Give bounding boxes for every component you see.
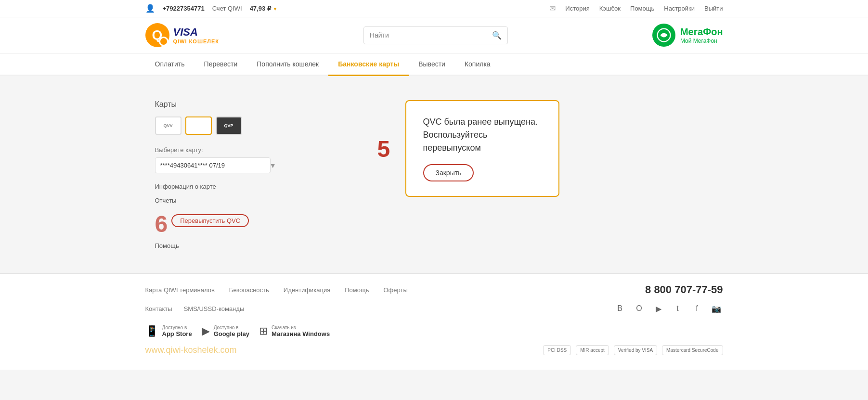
step-5-indicator: 5 xyxy=(377,135,390,162)
google-play-sub: Доступно в xyxy=(214,325,249,330)
popup-area: 5 QVC была ранее выпущена. Воспользуйтес… xyxy=(309,90,723,259)
footer-terminals[interactable]: Карта QIWI терминалов xyxy=(145,286,215,294)
cards-row: QVV QVC QVP xyxy=(155,116,280,135)
popup-reissue: 5 QVC была ранее выпущена. Воспользуйтес… xyxy=(405,100,559,197)
footer-phone: 8 800 707-77-59 xyxy=(645,284,723,296)
card-select-wrapper: ****49430641**** 07/19 ▼ xyxy=(155,157,280,173)
footer-bottom: www.qiwi-koshelek.com PCI DSS MIR accept… xyxy=(145,345,723,355)
logo[interactable]: Q VISA QIWI КОШЕЛЕК xyxy=(145,23,220,47)
windows-store-badge[interactable]: ⊞ Скачать из Магазина Windows xyxy=(259,325,330,337)
google-play-name: Google play xyxy=(214,330,249,337)
footer: Карта QIWI терминалов Безопасность Идент… xyxy=(0,273,868,370)
footer-identification[interactable]: Идентификация xyxy=(284,286,330,294)
phone-number: +79227354771 xyxy=(163,5,205,12)
youtube-icon[interactable]: ▶ xyxy=(652,302,665,315)
google-play-badge[interactable]: ▶ Доступно в Google play xyxy=(202,325,249,337)
megafon-icon-circle xyxy=(652,24,675,47)
nav-oplatit[interactable]: Оплатить xyxy=(145,53,194,76)
vk-icon[interactable]: В xyxy=(613,302,627,315)
social-icons: В О ▶ t f 📷 xyxy=(613,302,723,315)
search-icon[interactable]: 🔍 xyxy=(492,31,502,40)
reports-link[interactable]: Отчеты xyxy=(155,197,280,204)
windows-sub: Скачать из xyxy=(272,325,330,330)
info-link[interactable]: Информация о карте xyxy=(155,183,280,190)
select-label: Выберите карту: xyxy=(155,146,280,154)
nav-cashback[interactable]: Кэшбэк xyxy=(599,5,621,12)
header: Q VISA QIWI КОШЕЛЕК 🔍 МегаФон Мой МегаФо… xyxy=(0,17,868,53)
account-label: Счет QIWI xyxy=(212,5,242,12)
cards-section-title: Карты xyxy=(155,100,280,109)
windows-icon: ⊞ xyxy=(259,325,268,337)
nav-popolnit[interactable]: Пополнить кошелек xyxy=(247,53,328,76)
search-input[interactable] xyxy=(370,31,492,39)
user-icon: 👤 xyxy=(145,4,155,13)
app-store-name: App Store xyxy=(162,330,192,337)
megafon-brand-name: МегаФон xyxy=(680,26,723,38)
windows-name: Магазина Windows xyxy=(272,330,330,337)
logo-visa-text: VISA xyxy=(173,26,220,39)
app-store-sub: Доступно в xyxy=(162,325,192,330)
apple-icon: 📱 xyxy=(145,325,158,337)
verified-visa-badge: Verified by VISA xyxy=(614,345,657,355)
megafon-sub-label: Мой МегаФон xyxy=(680,38,723,44)
top-bar: 👤 +79227354771 Счет QIWI 47,93 ₽ ▼ ✉ Ист… xyxy=(0,0,868,17)
popup-close-button[interactable]: Закрыть xyxy=(423,164,474,181)
balance-amount: 47,93 ₽ ▼ xyxy=(250,5,278,12)
main-content: Карты QVV QVC QVP Выберите карту: ****49… xyxy=(0,76,868,273)
facebook-icon[interactable]: f xyxy=(690,302,704,315)
mir-accept-badge: MIR accept xyxy=(576,345,609,355)
logo-qiwi-text: QIWI КОШЕЛЕК xyxy=(173,39,220,44)
footer-links-row1: Карта QIWI терминалов Безопасность Идент… xyxy=(145,284,723,296)
nav-history[interactable]: История xyxy=(565,5,589,12)
footer-apps: 📱 Доступно в App Store ▶ Доступно в Goog… xyxy=(145,325,723,337)
mastercard-badge: Mastercard SecureCode xyxy=(662,345,723,355)
nav-kopilka[interactable]: Копилка xyxy=(455,53,500,76)
balance-dropdown-arrow[interactable]: ▼ xyxy=(272,6,277,12)
logo-q-circle: Q xyxy=(145,23,169,47)
app-store-badge[interactable]: 📱 Доступно в App Store xyxy=(145,325,192,337)
trust-badges: PCI DSS MIR accept Verified by VISA Mast… xyxy=(543,345,723,355)
select-arrow-icon: ▼ xyxy=(270,162,276,169)
nav-help[interactable]: Помощь xyxy=(630,5,654,12)
nav-bankovskie[interactable]: Банковские карты xyxy=(328,53,409,76)
footer-offers[interactable]: Оферты xyxy=(383,286,407,294)
footer-sms-commands[interactable]: SMS/USSD-команды xyxy=(184,305,245,312)
footer-row2: Контакты SMS/USSD-команды В О ▶ t f 📷 xyxy=(145,302,723,315)
twitter-icon[interactable]: t xyxy=(671,302,685,315)
nav-settings[interactable]: Настройки xyxy=(664,5,695,12)
google-play-icon: ▶ xyxy=(202,325,210,337)
reissue-link[interactable]: Перевыпустить QVC xyxy=(171,214,249,227)
instagram-icon[interactable]: 📷 xyxy=(710,302,723,315)
messages-icon[interactable]: ✉ xyxy=(549,4,556,13)
nav-logout[interactable]: Выйти xyxy=(704,5,723,12)
card-qvp[interactable]: QVP xyxy=(216,116,242,135)
nav-perevesti[interactable]: Перевести xyxy=(194,53,247,76)
popup-message: QVC была ранее выпущена. Воспользуйтесь … xyxy=(423,116,542,155)
card-qvv[interactable]: QVV xyxy=(155,116,181,135)
main-nav: Оплатить Перевести Пополнить кошелек Бан… xyxy=(0,53,868,76)
help-link[interactable]: Помощь xyxy=(155,242,280,249)
left-panel: Карты QVV QVC QVP Выберите карту: ****49… xyxy=(145,90,290,259)
megafon-logo[interactable]: МегаФон Мой МегаФон xyxy=(652,24,723,47)
footer-contacts[interactable]: Контакты xyxy=(145,305,172,312)
step-6-indicator: 6 xyxy=(155,211,168,237)
ok-icon[interactable]: О xyxy=(633,302,646,315)
card-qvc[interactable]: QVC xyxy=(185,116,212,135)
footer-security[interactable]: Безопасность xyxy=(229,286,269,294)
nav-vyvesti[interactable]: Вывести xyxy=(409,53,455,76)
footer-help[interactable]: Помощь xyxy=(345,286,369,294)
footer-watermark: www.qiwi-koshelek.com xyxy=(145,345,237,355)
search-box[interactable]: 🔍 xyxy=(363,26,508,44)
pci-dss-badge: PCI DSS xyxy=(543,345,571,355)
card-select[interactable]: ****49430641**** 07/19 xyxy=(155,157,271,173)
